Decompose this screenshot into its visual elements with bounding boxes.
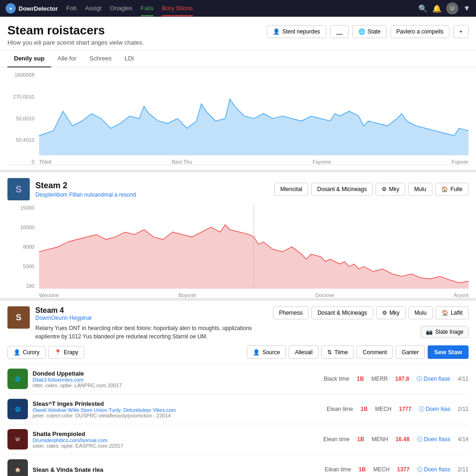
steam4-top-buttons: Pherness Dosant & Mlcineags ⚙ Mky Mulu 🏠…	[273, 306, 469, 319]
steam4-info: Steam 4 DowmOeunn Hegpinar Relarry Yues …	[35, 306, 267, 341]
mky-icon: ⚙	[382, 310, 387, 316]
stent-repurdes-button[interactable]: 👤 Stent nepurdes	[267, 25, 326, 38]
tab-denily-sup[interactable]: Denily sup	[7, 50, 51, 67]
report-item-icon-2: W	[7, 429, 28, 450]
allesail-button[interactable]: Allesail	[289, 345, 318, 359]
steam2-actions: Miencital Dosant & Mlcineags ⚙ Mky Mulu …	[274, 183, 469, 196]
steam2-chart-container: 15000 10000 8000 5000 180	[7, 205, 469, 298]
add-button[interactable]: +	[453, 25, 469, 38]
meta-count-0: 4/11	[458, 376, 469, 382]
tab-schrees[interactable]: Schrees	[83, 50, 118, 67]
erapy-button[interactable]: 📍 Erapy	[48, 346, 84, 359]
report-filters: 👤 Curory 📍 Erapy 👤 Source Allesail ⇅ Tii…	[7, 345, 469, 359]
separator-button[interactable]: ⎯⎯	[330, 25, 349, 38]
steam2-btn1[interactable]: Miencital	[274, 183, 308, 196]
chevron-down-icon[interactable]: ▼	[463, 4, 470, 13]
nav-borystions[interactable]: Bory Stions	[162, 1, 192, 16]
logo: ● DowrDelector	[6, 3, 58, 13]
curory-button[interactable]: 👤 Curory	[7, 346, 46, 359]
house-icon: 🏠	[441, 186, 448, 192]
steam4-btn1[interactable]: Pherness	[273, 306, 309, 319]
nav-fob[interactable]: Fob	[66, 1, 77, 16]
comment-button[interactable]: Comment	[357, 345, 393, 359]
report-item-info-1: Sleas^T Inges Prinlested Owwil.Voloilow …	[33, 400, 322, 418]
steam2-avatar: S	[7, 178, 30, 200]
ganter-button[interactable]: Ganter	[396, 345, 425, 359]
page-title-block: Steam roistacers Hlow you eili pare scem…	[7, 23, 144, 46]
steam4-btn4[interactable]: Mulu	[409, 306, 433, 319]
y-label-0: 1800008	[7, 72, 34, 78]
steam4-avatar: S	[7, 306, 30, 329]
svg-marker-0	[39, 99, 469, 155]
meta-count-1: 2/11	[458, 406, 469, 412]
report-item-1: 🌐 Sleas^T Inges Prinlested Owwil.Voloilo…	[7, 394, 469, 424]
source-button[interactable]: 👤 Source	[247, 345, 286, 359]
steam4-body: Relarry Yues ONT in hearcling nltor best…	[35, 324, 267, 341]
page-header: Steam roistacers Hlow you eili pare scem…	[0, 17, 476, 50]
logo-icon: ●	[6, 3, 16, 13]
steam2-y-labels: 15000 10000 8000 5000 180	[7, 205, 36, 289]
notification-icon[interactable]: 🔔	[432, 4, 442, 13]
steam4-header: S Steam 4 DowmOeunn Hegpinar Relarry Yue…	[7, 306, 469, 341]
report-item-sub-2: uster. cales. opbe: EASPRC.com 22017	[33, 443, 319, 449]
user-icon: 👤	[273, 28, 280, 35]
x-label-0: Thlell	[39, 159, 51, 165]
report-item-meta-0: Black time 1B MERR 187.8 ⓘ Doen fiase 4/…	[324, 375, 469, 383]
report-item-3: 🏠 Slean & Vinda Snate rlea Elean time 1B…	[7, 455, 469, 476]
nav-items: Fob Assigt Onagles Falis Bory Stions	[66, 1, 410, 16]
meta-time-0: Black time	[324, 376, 349, 382]
report-item-name-0: Donded Uppetiale	[33, 370, 319, 377]
search-icon[interactable]: 🔍	[418, 4, 428, 13]
meta-status-1: ⓘ Doen liias	[419, 405, 450, 413]
report-item-link-2[interactable]: Drumiderphitics.com/lsomial.com	[33, 437, 319, 443]
steam2-info: Steam 2 Despleriitiom Fitlan nulsandmal …	[35, 181, 269, 198]
steam4-btn5[interactable]: 🏠 Laflit	[436, 306, 469, 319]
x-label-2: Fayome	[312, 159, 331, 165]
y-label-1: 270,0010	[7, 94, 34, 99]
steam4-btn2[interactable]: Dosant & Mlcineags	[311, 306, 373, 319]
submit-button[interactable]: Sew Staw	[428, 345, 469, 359]
steam2-name: Steam 2	[35, 181, 269, 191]
report-item-name-1: Sleas^T Inges Prinlested	[33, 400, 322, 407]
steam2-btn4[interactable]: Mulu	[408, 183, 432, 196]
screenshot-area: 📷 Slate Inage	[421, 323, 469, 341]
info-icon-2: ⓘ	[417, 436, 423, 443]
steam2-btn5[interactable]: 🏠 Fulle	[435, 183, 469, 196]
nav-right-actions: 🔍 🔔 U ▼	[418, 2, 470, 14]
report-item-link-1[interactable]: Owwil.Voloilow Wiite Stom Union Tunly. D…	[33, 407, 322, 413]
user-avatar[interactable]: U	[446, 2, 458, 14]
steam2-btn2[interactable]: Dosant & Mlcineags	[311, 183, 373, 196]
main-chart-canvas	[39, 72, 469, 155]
report-item-sub-0: ntter. cales. opbe: LANPRC.com 20017	[33, 383, 319, 388]
report-item-icon-3: 🏠	[7, 459, 28, 476]
tab-alle-for[interactable]: Alle for	[51, 50, 83, 67]
meta-time-1: Elean time	[327, 406, 353, 412]
steam2-header: S Steam 2 Despleriitiom Fitlan nulsandma…	[7, 178, 469, 200]
steam2-btn3[interactable]: ⚙ Mky	[376, 183, 405, 196]
paviero-button[interactable]: Pavlero a compeils	[390, 25, 450, 38]
nav-falis[interactable]: Falis	[141, 1, 153, 16]
laflit-icon: 🏠	[442, 310, 449, 316]
steam2-chart-canvas	[39, 205, 469, 289]
main-line-chart	[39, 72, 469, 155]
main-chart-x-labels: Thlell Bast Thu Fayome Fojover	[39, 159, 469, 165]
steam2-section: S Steam 2 Despleriitiom Fitlan nulsandma…	[0, 170, 476, 298]
top-navigation: ● DowrDelector Fob Assigt Onagles Falis …	[0, 0, 476, 17]
report-item-link-0[interactable]: Dilak3 lloloermles.com	[33, 377, 319, 383]
meta-badge-2: 1B	[357, 436, 364, 443]
main-chart-y-labels: 1800008 270,0010 50,0010 50,4010 0	[7, 72, 36, 165]
meta-badge-1: 1B	[361, 406, 368, 412]
meta-cat-1: MECH	[375, 406, 391, 412]
tab-ldi[interactable]: LDI	[118, 50, 140, 67]
info-icon-1: ⓘ	[419, 405, 424, 413]
nav-onagles[interactable]: Onagles	[110, 1, 132, 16]
steam4-btn3[interactable]: ⚙ Mky	[376, 306, 406, 319]
state-button[interactable]: 🌐 State	[352, 25, 387, 38]
report-item-sub-1: peier. colect cohe: OUSPRC oletaflesonly…	[33, 413, 322, 418]
meta-status-2: ⓘ Doen fiass	[417, 436, 450, 443]
report-item-info-3: Slean & Vinda Snate rlea	[33, 466, 320, 473]
nav-assigt[interactable]: Assigt	[85, 1, 101, 16]
main-chart-container: 1800008 270,0010 50,0010 50,4010 0	[7, 72, 469, 165]
screenshot-button[interactable]: 📷 Slate Inage	[421, 326, 469, 338]
time-button[interactable]: ⇅ Tiime	[321, 345, 354, 359]
